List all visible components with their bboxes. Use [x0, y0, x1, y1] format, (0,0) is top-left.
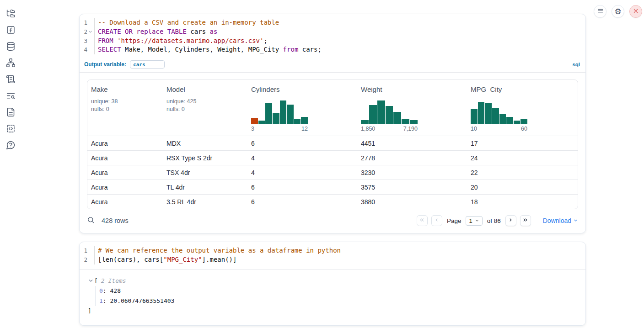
column-header-cylinders[interactable]: Cylinders312 — [247, 80, 357, 136]
sidebar-item-functions[interactable] — [5, 26, 16, 36]
close-icon — [633, 8, 639, 16]
hamburger-icon — [597, 7, 604, 16]
sql-code-editor[interactable]: 1-- Download a CSV and create an in-memo… — [80, 14, 585, 59]
last-page-button[interactable] — [520, 215, 531, 226]
prev-page-button[interactable] — [431, 215, 442, 226]
code-token: TABLE — [167, 28, 187, 35]
code-line-text: FROM 'https://datasets.marimo.app/cars.c… — [95, 37, 268, 46]
page-label: Page — [447, 217, 462, 224]
search-button[interactable] — [87, 216, 95, 225]
table-cell: RSX Type S 2dr — [163, 154, 247, 162]
table-row: AcuraTSX 4dr4323022 — [87, 165, 578, 180]
page-select[interactable]: 1 — [466, 216, 482, 226]
python-line: 1# We can reference the output variable … — [80, 246, 585, 255]
table-cell: 6 — [247, 184, 357, 191]
histogram-bar — [301, 117, 308, 124]
table-cell: 24 — [467, 154, 578, 162]
tree-entry-key: 1 — [99, 297, 103, 304]
settings-button[interactable]: ⚙ — [612, 5, 624, 18]
tree-entry: 0: 428 — [99, 286, 577, 296]
first-page-button[interactable] — [417, 215, 428, 226]
shutdown-button[interactable] — [629, 5, 642, 18]
axis-min-label: 1,850 — [361, 126, 375, 132]
python-line: 2[len(cars), cars["MPG_City"].mean()] — [80, 255, 585, 264]
download-button[interactable]: Download — [543, 217, 578, 224]
tree-entry: 1: 20.060747663551403 — [99, 296, 577, 306]
line-number-text: 2 — [84, 255, 87, 264]
histogram-bar — [499, 114, 506, 124]
code-token: ; — [263, 37, 267, 44]
table-cell: 3.5 RL 4dr — [163, 198, 247, 206]
line-number-text: 4 — [84, 45, 87, 54]
table-cell: Acura — [87, 184, 163, 191]
table-cell: Acura — [87, 169, 163, 176]
sql-line: 3FROM 'https://datasets.marimo.app/cars.… — [80, 37, 585, 46]
table-cell: Acura — [87, 198, 163, 206]
line-number: 3 — [80, 37, 95, 46]
table-cell: MDX — [163, 140, 247, 147]
sidebar-item-database[interactable] — [5, 42, 16, 52]
code-line-text: # We can reference the output variable a… — [95, 246, 341, 255]
column-stats: unique: 425nulls: 0 — [166, 98, 244, 113]
output-variable-input[interactable] — [130, 60, 165, 69]
axis-max-label: 7,190 — [403, 126, 418, 132]
column-stat: unique: 425 — [166, 98, 244, 106]
histogram-bar — [514, 121, 521, 124]
histogram-axis: 1060 — [471, 126, 527, 132]
sidebar-item-help[interactable] — [5, 141, 16, 151]
menu-button[interactable] — [594, 5, 606, 18]
code-line-text: CREATE OR replace TABLE cars as — [95, 27, 217, 37]
python-cell: 1# We can reference the output variable … — [79, 242, 586, 326]
output-variable-row: Output variable: sql — [80, 59, 585, 72]
sidebar-item-file-explorer[interactable] — [5, 9, 16, 19]
collapse-chevron-icon[interactable] — [88, 278, 94, 284]
sidebar-item-search-logs[interactable] — [5, 91, 16, 101]
histogram-bar — [258, 121, 265, 124]
open-bracket: [ — [94, 276, 98, 286]
code-token: FROM — [98, 37, 113, 44]
axis-max-label: 60 — [521, 126, 527, 132]
tree-entry-colon: : — [103, 297, 110, 304]
sidebar-item-logs[interactable] — [5, 75, 16, 85]
axis-max-label: 12 — [301, 126, 308, 132]
column-histogram: 1,8507,190 — [361, 100, 418, 132]
sidebar — [0, 0, 21, 151]
code-token: cars; — [298, 46, 322, 53]
axis-min-label: 3 — [251, 126, 254, 132]
table-cell: Acura — [87, 154, 163, 162]
python-code-editor[interactable]: 1# We can reference the output variable … — [80, 242, 585, 269]
code-token: CREATE — [98, 28, 121, 35]
next-page-button[interactable] — [505, 215, 516, 226]
logs-icon — [6, 74, 16, 85]
column-header-mpg_city[interactable]: MPG_City1060 — [467, 80, 578, 136]
database-icon — [6, 42, 16, 53]
code-token — [113, 37, 117, 44]
histogram-bar — [265, 103, 272, 124]
code-token — [121, 28, 125, 35]
column-histogram: 312 — [251, 100, 308, 132]
fold-chevron-icon[interactable] — [88, 29, 93, 34]
column-name: Make — [91, 85, 159, 93]
table-cell: 17 — [467, 140, 578, 147]
histogram-bar — [478, 102, 485, 124]
column-histogram: 1060 — [471, 100, 527, 132]
column-header-weight[interactable]: Weight1,8507,190 — [357, 80, 467, 136]
sidebar-item-dependency-graph[interactable] — [5, 58, 16, 69]
table-cell: 4 — [247, 169, 357, 176]
sidebar-item-documentation[interactable] — [5, 108, 16, 118]
histogram-bar — [273, 113, 279, 124]
histogram-bars — [361, 100, 418, 124]
language-badge: sql — [572, 62, 580, 67]
histogram-bar — [251, 118, 258, 124]
column-header-model[interactable]: Modelunique: 425nulls: 0 — [163, 80, 247, 136]
histogram-bar — [361, 120, 369, 124]
chevron-down-icon — [475, 217, 479, 224]
histogram-axis: 312 — [251, 126, 308, 132]
close-bracket: ] — [88, 306, 577, 316]
functions-icon — [6, 25, 16, 36]
chevron-left-icon — [434, 217, 440, 224]
sql-cell: 1-- Download a CSV and create an in-memo… — [79, 14, 586, 233]
column-name: Weight — [361, 85, 463, 93]
sidebar-item-snippets[interactable] — [5, 124, 16, 134]
column-header-make[interactable]: Makeunique: 38nulls: 0 — [87, 80, 163, 136]
